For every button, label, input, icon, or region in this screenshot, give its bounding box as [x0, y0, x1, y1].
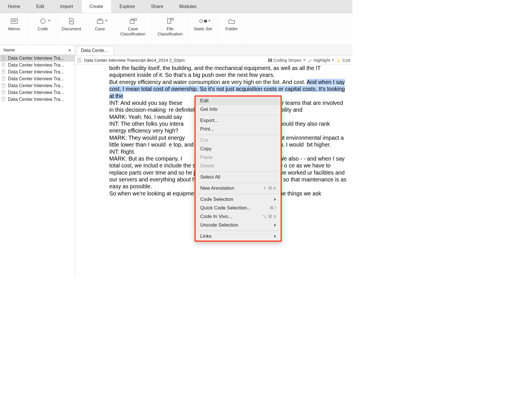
menu-item-label: Edit: [200, 98, 209, 104]
document-icon: [2, 97, 6, 102]
ribbon-label: Code: [38, 26, 48, 31]
menu-separator: [197, 135, 279, 135]
svg-point-42: [338, 59, 340, 61]
main-tab-bar: HomeEditImportCreateExploreShareModules: [0, 0, 352, 13]
ribbon-label: Memo: [8, 26, 20, 31]
coding-stripes-button[interactable]: Coding Stripes: [268, 58, 305, 63]
document-tab-strip: Data Center I...: [75, 45, 352, 56]
sidebar-header-label: Name: [3, 47, 15, 52]
ribbon-static-set-button[interactable]: Static Set: [189, 16, 217, 45]
svg-point-3: [41, 19, 45, 23]
tab-edit[interactable]: Edit: [28, 0, 52, 13]
ribbon-case-button[interactable]: Case: [86, 16, 114, 45]
ribbon-document-button[interactable]: Document: [57, 16, 86, 45]
document-icon: [2, 56, 6, 61]
file-list: Data Center Interview Tra...Data Center …: [0, 55, 75, 103]
menu-item-links[interactable]: Links: [196, 232, 281, 241]
menu-item-label: Uncode Selection: [200, 222, 238, 228]
menu-item-label: Paste: [200, 155, 213, 160]
tab-explore[interactable]: Explore: [112, 0, 143, 13]
menu-item-label: Get Info: [200, 107, 217, 112]
menu-item-label: Delete: [200, 163, 214, 169]
file-list-item[interactable]: Data Center Interview Tra...: [0, 75, 75, 82]
file-name: Data Center Interview Tra...: [8, 76, 64, 81]
document-icon: [2, 90, 6, 95]
ribbon-label: Static Set: [194, 26, 212, 31]
file-name: Data Center Interview Tra...: [8, 56, 64, 61]
menu-separator: [197, 115, 279, 115]
ribbon-code-button[interactable]: Code: [29, 16, 57, 45]
doc-para: both the facility itself, the building, …: [109, 65, 347, 79]
folder-icon: [228, 18, 236, 25]
menu-shortcut: ⇧ ⌘ A: [263, 186, 276, 191]
menu-item-export[interactable]: Export...: [196, 116, 281, 125]
menu-item-code-selection[interactable]: Code Selection: [196, 195, 281, 204]
case-icon: [96, 18, 104, 25]
svg-rect-40: [270, 59, 271, 62]
submenu-arrow-icon: [274, 198, 276, 201]
context-menu: EditGet InfoExport...Print...CutCopyPast…: [194, 95, 282, 242]
sidebar-header[interactable]: Name: [0, 45, 75, 55]
menu-item-label: Links: [200, 233, 212, 239]
menu-separator: [197, 231, 279, 231]
document-icon: [77, 58, 82, 63]
tab-modules[interactable]: Modules: [171, 0, 205, 13]
document-tab[interactable]: Data Center I...: [77, 46, 114, 55]
sort-ascending-icon: [68, 49, 71, 51]
file-class-icon: [166, 18, 174, 25]
menu-separator: [197, 183, 279, 183]
ribbon-label: Document: [61, 26, 81, 31]
file-name: Data Center Interview Tra...: [8, 63, 64, 68]
ribbon-case-class-button[interactable]: CaseClassification: [114, 16, 152, 45]
menu-item-label: New Annotation: [200, 185, 234, 191]
file-list-item[interactable]: Data Center Interview Tra...: [0, 82, 75, 89]
ribbon-memo-button[interactable]: Memo: [0, 16, 29, 45]
ribbon-label: Folder: [225, 26, 238, 31]
svg-rect-8: [130, 20, 134, 23]
menu-item-paste: Paste: [196, 153, 281, 162]
dropdown-caret-icon: [208, 20, 211, 21]
file-name: Data Center Interview Tra...: [8, 90, 64, 95]
ribbon-file-class-button[interactable]: FileClassification: [152, 16, 189, 45]
menu-item-copy[interactable]: Copy: [196, 145, 281, 153]
file-name: Data Center Interview Tra...: [8, 83, 64, 88]
file-list-item[interactable]: Data Center Interview Tra...: [0, 62, 75, 69]
menu-item-get-info[interactable]: Get Info: [196, 105, 281, 114]
submenu-arrow-icon: [274, 224, 276, 227]
tab-share[interactable]: Share: [143, 0, 171, 13]
menu-item-select-all[interactable]: Select All: [196, 173, 281, 181]
file-name: Data Center Interview Tra...: [8, 69, 64, 75]
svg-rect-10: [134, 19, 136, 20]
menu-shortcut: ⌘ /: [269, 205, 276, 211]
svg-rect-7: [99, 19, 101, 20]
file-list-item[interactable]: Data Center Interview Tra...: [0, 96, 75, 103]
menu-item-quick-code-selection[interactable]: Quick Code Selection...⌘ /: [196, 204, 281, 212]
svg-rect-0: [11, 19, 17, 23]
case-class-icon: [129, 18, 137, 25]
menu-item-edit[interactable]: Edit: [196, 97, 281, 105]
tab-create[interactable]: Create: [81, 0, 112, 13]
ribbon-label: FileClassification: [157, 26, 182, 37]
file-list-item[interactable]: Data Center Interview Tra...: [0, 89, 75, 96]
file-list-item[interactable]: Data Center Interview Tra...: [0, 55, 75, 62]
menu-shortcut: ⌥ ⌘ 9: [262, 214, 276, 219]
document-icon: [2, 83, 6, 88]
ribbon-folder-button[interactable]: Folder: [217, 16, 246, 45]
menu-item-print[interactable]: Print...: [196, 125, 281, 133]
file-list-item[interactable]: Data Center Interview Tra...: [0, 69, 75, 75]
menu-item-code-in-vivo[interactable]: Code In Vivo...⌥ ⌘ 9: [196, 212, 281, 221]
code-button-truncated[interactable]: Cod: [336, 58, 350, 63]
document-icon: [2, 69, 6, 75]
tab-import[interactable]: Import: [52, 0, 81, 13]
menu-item-label: Code In Vivo...: [200, 214, 232, 219]
menu-item-uncode-selection[interactable]: Uncode Selection: [196, 221, 281, 229]
svg-rect-9: [131, 19, 133, 20]
file-name: Data Center Interview Tra...: [8, 97, 64, 102]
menu-item-new-annotation[interactable]: New Annotation⇧ ⌘ A: [196, 184, 281, 193]
menu-separator: [197, 194, 279, 194]
highlight-button[interactable]: Highlight: [308, 58, 334, 63]
highlighter-icon: [308, 58, 312, 63]
stripes-icon: [268, 58, 272, 63]
tab-home[interactable]: Home: [0, 0, 28, 13]
menu-separator: [197, 171, 279, 172]
